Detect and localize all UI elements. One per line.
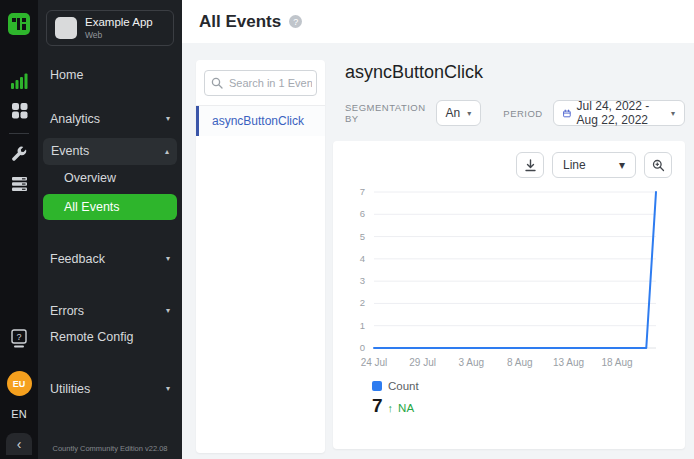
sidebar-item-remote-config[interactable]: Remote Config [38,324,182,350]
event-name: asyncButtonClick [212,114,304,128]
event-search [204,70,317,96]
svg-text:24 Jul: 24 Jul [361,357,388,368]
sidebar-item-label: Utilities [50,382,90,396]
main-area: All Events ? asyncButtonClick asyncButto… [182,0,694,459]
sidebar-item-label: Remote Config [50,330,133,344]
period-value: Jul 24, 2022 - Aug 22, 2022 [577,99,665,127]
analytics-bars-icon[interactable] [10,72,28,90]
chevron-up-icon: ▴ [165,147,169,156]
chart-legend: Count 7 ↑ NA [372,380,672,417]
chart-toolbar: Line ▾ [346,152,672,178]
segmentation-value: An [446,106,461,120]
collapse-chevron-icon: ‹ [17,436,22,452]
legend-series-label: Count [388,380,419,392]
svg-text:3: 3 [360,275,365,286]
sidebar-item-label: Errors [50,304,84,318]
legend-summary: 7 ↑ NA [372,395,672,417]
language-selector[interactable]: EN [11,408,26,420]
sidebar-item-analytics[interactable]: Analytics▾ [38,106,182,132]
app-type: Web [85,30,153,40]
sidebar-item-utilities[interactable]: Utilities▾ [38,376,182,402]
svg-text:6: 6 [360,208,365,219]
countly-logo-icon[interactable] [7,12,31,36]
sidebar-item-events[interactable]: Events▴ [43,138,177,165]
chevron-down-icon: ▾ [467,109,471,118]
download-button[interactable] [516,152,544,178]
svg-text:8 Aug: 8 Aug [507,357,533,368]
sidebar-item-label: Analytics [50,112,100,126]
sidebar-item-label: Overview [64,171,116,185]
svg-text:13 Aug: 13 Aug [553,357,584,368]
segmentation-label: SEGMENTATION BY [345,102,426,124]
chevron-down-icon: ▾ [166,306,170,315]
legend-trend-value: NA [398,402,414,414]
svg-text:3 Aug: 3 Aug [458,357,484,368]
svg-text:18 Aug: 18 Aug [602,357,633,368]
magnifier-icon [652,159,665,172]
user-avatar[interactable]: EU [7,371,32,396]
search-icon [211,77,223,89]
sidebar-item-label: Events [51,144,89,158]
app-name: Example App [85,16,153,30]
chevron-down-icon: ▾ [166,384,170,393]
sidebar-item-feedback[interactable]: Feedback▾ [38,246,182,272]
help-icon[interactable]: ? [289,15,302,28]
legend-total-value: 7 [372,395,383,417]
rail-divider [9,133,29,134]
svg-text:2: 2 [360,297,365,308]
countly-app: ? EU EN ‹ Example App Web Home Analytics… [0,0,694,459]
sidebar-item-overview[interactable]: Overview [38,165,182,191]
sidebar-collapse-button[interactable]: ‹ [6,433,32,455]
icon-rail: ? EU EN ‹ [0,0,38,459]
help-key-icon[interactable]: ? [10,329,28,349]
svg-text:0: 0 [360,342,365,353]
page-title: All Events [199,12,281,32]
period-label: PERIOD [503,108,542,119]
sidebar-item-label: All Events [64,200,120,214]
legend-series-toggle[interactable]: Count [372,380,672,392]
trend-up-icon: ↑ [388,402,394,414]
sidebar: Example App Web Home Analytics▾ Events▴ … [38,0,182,459]
svg-text:29 Jul: 29 Jul [409,357,436,368]
calendar-icon [563,107,571,120]
version-footer: Countly Community Edition v22.08 [38,444,182,453]
line-chart[interactable]: 0123456724 Jul29 Jul3 Aug8 Aug13 Aug18 A… [346,184,672,378]
svg-text:5: 5 [360,231,365,242]
sidebar-menu: Home Analytics▾ Events▴ Overview All Eve… [38,62,182,402]
chevron-down-icon: ▾ [166,114,170,123]
chart-card: Line ▾ 0123456724 Jul29 Jul3 Aug8 Aug13 … [333,141,685,449]
event-list-card: asyncButtonClick [196,60,325,453]
chevron-down-icon: ▾ [619,158,625,172]
sidebar-item-errors[interactable]: Errors▾ [38,298,182,324]
chart-type-select[interactable]: Line ▾ [552,152,636,178]
legend-color-swatch [372,381,382,391]
app-thumbnail [55,17,77,39]
svg-text:?: ? [16,332,21,342]
app-selector[interactable]: Example App Web [46,10,174,46]
period-dropdown[interactable]: Jul 24, 2022 - Aug 22, 2022 ▾ [553,100,685,126]
svg-text:7: 7 [360,186,365,197]
event-list-item-selected[interactable]: asyncButtonClick [196,106,325,136]
data-stack-icon[interactable] [11,176,28,192]
sidebar-item-label: Home [50,68,83,82]
event-title: asyncButtonClick [345,62,685,83]
sidebar-item-all-events[interactable]: All Events [43,194,177,220]
management-wrench-icon[interactable] [10,146,28,164]
content: asyncButtonClick asyncButtonClick SEGMEN… [182,43,694,459]
chart-zoom-button[interactable] [644,152,672,178]
event-detail-panel: asyncButtonClick SEGMENTATION BY An ▾ PE… [333,60,685,453]
svg-text:4: 4 [360,253,365,264]
segmentation-dropdown[interactable]: An ▾ [436,100,482,126]
svg-text:1: 1 [360,320,365,331]
controls-row: SEGMENTATION BY An ▾ PERIOD Jul 24, 2022… [345,100,685,126]
page-header: All Events ? [182,0,694,43]
sidebar-item-home[interactable]: Home [38,62,182,88]
chevron-down-icon: ▾ [166,254,170,263]
sidebar-item-label: Feedback [50,252,105,266]
chart-type-value: Line [563,158,586,172]
apps-grid-icon[interactable] [11,102,28,119]
download-icon [524,159,537,172]
chevron-down-icon: ▾ [671,109,675,118]
